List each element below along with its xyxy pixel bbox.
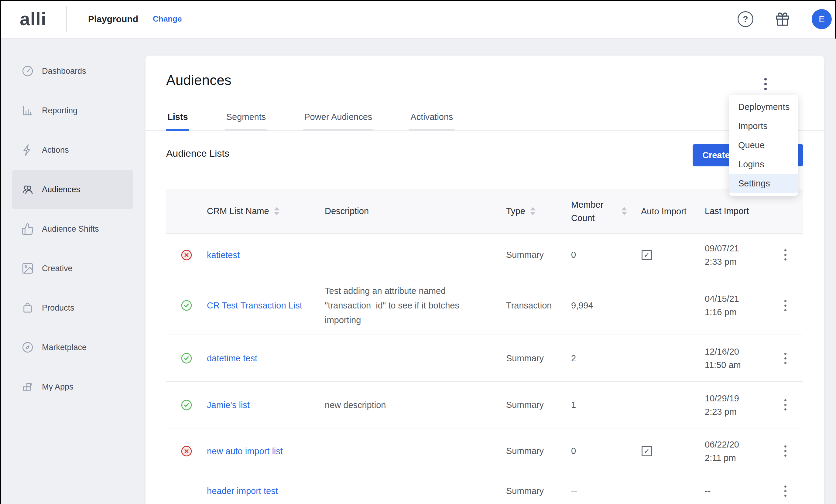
column-header-description: Description [325,206,506,216]
row-actions-icon[interactable] [782,443,803,459]
window-edge-left [0,0,1,504]
table-row: datetime test Summary 2 12/16/20 11:50 a… [166,335,803,382]
sidebar-item-label: Actions [42,146,69,155]
row-actions-icon[interactable] [782,483,803,499]
sort-icon [530,207,535,215]
menu-item-logins[interactable]: Logins [729,155,798,174]
last-import-cell: 10/29/19 2:23 pm [705,392,778,419]
member-count-cell: 1 [571,400,641,410]
column-header-member-count[interactable]: Member Count [571,198,641,225]
auto-import-checkbox[interactable] [642,250,652,260]
image-icon [21,262,34,275]
sidebar-item-reporting[interactable]: Reporting [12,91,133,130]
window-edge-top [0,0,836,1]
tab-lists[interactable]: Lists [166,112,189,131]
sidebar-item-label: My Apps [42,382,74,392]
sidebar-item-label: Creative [42,264,73,273]
last-import-cell: -- [705,484,778,498]
audiences-tabs: Lists Segments Power Audiences Activatio… [146,112,824,131]
table-row: CR Test Transaction List Test adding an … [166,276,803,335]
sidebar-item-label: Reporting [42,106,77,115]
section-title: Audience Lists [166,148,229,159]
sidebar-item-actions[interactable]: Actions [12,130,133,170]
card-header: Audiences [166,56,803,93]
sidebar-item-label: Marketplace [42,343,87,352]
user-avatar[interactable]: E [812,9,832,29]
type-cell: Summary [506,353,571,364]
gift-icon[interactable] [775,12,790,26]
change-workspace-link[interactable]: Change [153,14,182,24]
description-cell: new description [325,398,506,412]
sort-icon [622,207,627,215]
avatar-initial: E [819,14,825,24]
audience-lists-table: CRM List Name Description Type Member Co… [166,189,803,504]
sidebar-item-label: Audience Shifts [42,225,99,234]
sidebar-item-marketplace[interactable]: Marketplace [12,328,133,367]
sidebar-item-dashboards[interactable]: Dashboards [12,51,133,91]
member-count-cell: 0 [571,250,641,260]
row-actions-icon[interactable] [782,397,803,413]
workspace-name: Playground [88,14,138,24]
menu-item-deployments[interactable]: Deployments [729,97,798,117]
list-name-link[interactable]: new auto import list [207,444,283,459]
sidebar-item-audience-shifts[interactable]: Audience Shifts [12,209,133,249]
tab-power-audiences[interactable]: Power Audiences [303,112,373,131]
list-name-link[interactable]: Jamie's list [207,398,250,412]
sidebar-item-audiences[interactable]: Audiences [12,170,133,209]
type-cell: Summary [506,250,571,260]
row-actions-icon[interactable] [782,247,803,263]
alli-logo[interactable]: alli [0,8,66,30]
status-cell [166,399,207,411]
status-success-icon [181,352,192,364]
page-title: Audiences [166,71,231,89]
sidebar-item-creative[interactable]: Creative [12,249,133,288]
column-header-auto-import: Auto Import [641,205,686,218]
list-name-link[interactable]: katietest [207,248,240,262]
last-import-cell: 12/16/20 11:50 am [705,345,778,372]
column-header-crm-list-name[interactable]: CRM List Name [207,206,325,216]
audiences-panel: Audiences Lists Segments Power Audiences… [146,56,824,504]
table-row: katietest Summary 0 09/07/21 2:33 pm [166,234,803,276]
type-cell: Transaction [506,301,571,311]
help-icon[interactable] [738,11,753,27]
list-name-link[interactable]: datetime test [207,351,257,366]
column-header-last-import: Last Import [705,206,778,216]
sidebar-item-label: Products [42,303,74,313]
type-cell: Summary [506,400,571,410]
status-cell [166,300,207,311]
status-cell [166,352,207,364]
topbar-divider [66,6,67,32]
sidebar-nav: Dashboards Reporting Actions Audiences A… [0,39,146,504]
shopping-bag-icon [21,302,34,314]
last-import-cell: 06/22/20 2:11 pm [705,438,778,465]
member-count-cell: 9,994 [571,301,641,311]
status-success-icon [181,300,192,311]
auto-import-checkbox[interactable] [642,446,652,456]
workspace-switcher: Playground Change [88,14,182,24]
sort-icon [274,207,280,215]
status-cell [166,445,207,457]
list-name-link[interactable]: header import test [207,484,278,498]
apps-grid-icon [21,381,34,393]
sidebar-item-products[interactable]: Products [12,288,133,328]
table-row: new auto import list Summary 0 06/22/20 … [166,428,803,474]
type-cell: Summary [506,486,571,496]
compass-icon [21,341,34,354]
last-import-cell: 09/07/21 2:33 pm [705,242,778,268]
overflow-dropdown-menu: Deployments Imports Queue Logins Setting… [729,95,798,196]
topbar: alli Playground Change E [0,0,836,39]
column-header-type[interactable]: Type [506,206,571,216]
sidebar-item-my-apps[interactable]: My Apps [12,367,133,407]
row-actions-icon[interactable] [782,350,803,366]
status-success-icon [181,399,192,411]
menu-item-queue[interactable]: Queue [729,136,798,155]
list-name-link[interactable]: CR Test Transaction List [207,298,302,313]
member-count-cell: 2 [571,353,641,364]
tab-activations[interactable]: Activations [409,112,454,131]
menu-item-settings[interactable]: Settings [729,174,798,193]
row-actions-icon[interactable] [782,297,803,314]
topbar-actions: E [738,9,836,29]
overflow-menu-icon[interactable] [760,75,771,93]
tab-segments[interactable]: Segments [225,112,267,131]
menu-item-imports[interactable]: Imports [729,117,798,136]
